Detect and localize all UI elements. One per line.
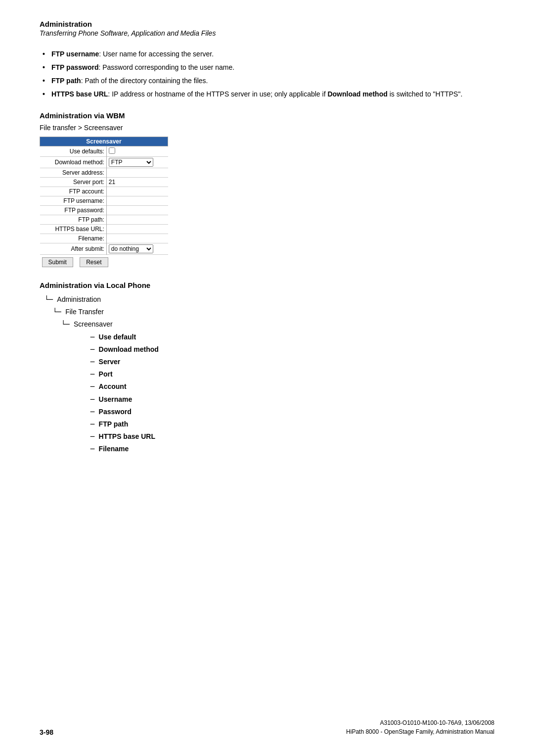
page-footer: 3-98 A31003-O1010-M100-10-76A9, 13/06/20… [40,718,494,736]
tree-item-username: ─ Username [44,393,494,406]
tree-label-port: Port [99,368,113,380]
wbm-heading: Administration via WBM [40,111,494,120]
server-port-label: Server port: [40,178,107,187]
after-submit-label: After submit: [40,243,107,255]
bullet-ftp-password: FTP password: Password corresponding to … [40,62,494,73]
https-base-url-input[interactable] [109,226,153,233]
download-method-cell: FTP HTTPS [106,157,168,168]
server-port-cell [106,178,168,187]
table-row: Filename: [40,234,168,243]
tree-prefix: ─ [44,343,99,356]
tree-item-screensaver: └─ Screensaver [44,318,494,331]
after-submit-select[interactable]: do nothing reboot [109,244,153,253]
tree-prefix: ─ [44,368,99,380]
tree-item-filename: ─ Filename [44,443,494,455]
tree-prefix: ─ [44,380,99,393]
ftp-account-cell [106,187,168,196]
tree-prefix: ─ [44,418,99,430]
page-title: Administration [40,20,494,28]
footer-doc-ref: A31003-O1010-M100-10-76A9, 13/06/2008 [346,718,494,727]
table-row: Server address: [40,168,168,178]
tree-item-server: ─ Server [44,356,494,368]
page-number: 3-98 [40,728,53,736]
download-method-label: Download method: [40,157,107,168]
tree-item-use-default: ─ Use default [44,331,494,343]
use-defaults-checkbox-cell [106,146,168,157]
use-defaults-checkbox[interactable] [109,147,115,154]
tree-prefix: ─ [44,356,99,368]
tree-item-account: ─ Account [44,380,494,393]
tree-prefix: └─ [44,293,57,306]
tree-label-https-base-url: HTTPS base URL [99,430,155,443]
tree-label-username: Username [99,393,133,406]
download-method-select[interactable]: FTP HTTPS [109,158,153,167]
bullet-ftp-username: FTP username: User name for accessing th… [40,49,494,59]
screensaver-table: Screensaver Use defaults: Download metho… [40,137,168,269]
table-row: HTTPS base URL: [40,225,168,234]
https-base-url-cell [106,225,168,234]
tree-label-password: Password [99,406,132,418]
tree-prefix: ─ [44,406,99,418]
button-row: Submit Reset [40,255,168,270]
tree-prefix: ─ [44,393,99,406]
tree-prefix: ─ [44,430,99,443]
tree-item-admin: └─ Administration [44,293,494,306]
filename-cell [106,234,168,243]
local-phone-heading: Administration via Local Phone [40,281,494,289]
reset-button[interactable]: Reset [80,257,108,267]
after-submit-cell: do nothing reboot [106,243,168,255]
tree-label-screensaver: Screensaver [74,318,113,331]
page-subtitle: Transferring Phone Software, Application… [40,29,494,37]
table-row: After submit: do nothing reboot [40,243,168,255]
tree-item-ftp-path: ─ FTP path [44,418,494,430]
table-row: FTP password: [40,206,168,215]
tree-prefix: ─ [44,443,99,455]
ftp-path-label: FTP path: [40,215,107,225]
tree-item-file-transfer: └─ File Transfer [44,306,494,318]
ftp-path-cell [106,215,168,225]
server-port-input[interactable] [109,179,153,186]
tree-structure: └─ Administration └─ File Transfer └─ Sc… [44,293,494,455]
bullet-ftp-path: FTP path: Path of the directory containi… [40,76,494,86]
tree-label-server: Server [99,356,121,368]
footer-doc-info: A31003-O1010-M100-10-76A9, 13/06/2008 Hi… [346,718,494,736]
submit-button[interactable]: Submit [42,257,73,267]
table-row: Use defaults: [40,146,168,157]
wbm-breadcrumb: File transfer > Screensaver [40,124,494,132]
server-address-cell [106,168,168,178]
local-phone-section: Administration via Local Phone └─ Admini… [40,281,494,455]
server-address-label: Server address: [40,168,107,178]
table-row: FTP path: [40,215,168,225]
ftp-username-label: FTP username: [40,196,107,206]
tree-label-ftp-path: FTP path [99,418,129,430]
filename-input[interactable] [109,235,153,242]
ftp-password-cell [106,206,168,215]
ftp-account-input[interactable] [109,188,153,195]
ftp-username-input[interactable] [109,197,153,204]
table-row: FTP username: [40,196,168,206]
tree-label-download-method: Download method [99,343,159,356]
ftp-password-input[interactable] [109,207,153,214]
https-base-url-label: HTTPS base URL: [40,225,107,234]
tree-prefix: └─ [44,306,65,318]
ftp-account-label: FTP account: [40,187,107,196]
ftp-username-cell [106,196,168,206]
bullet-https-base-url: HTTPS base URL: IP address or hostname o… [40,89,494,99]
footer-doc-title: HiPath 8000 - OpenStage Family, Administ… [346,727,494,736]
tree-label-account: Account [99,380,127,393]
table-row: FTP account: [40,187,168,196]
tree-label-use-default: Use default [99,331,136,343]
tree-label-admin: Administration [57,293,101,306]
filename-label: Filename: [40,234,107,243]
server-address-input[interactable] [109,169,153,176]
wbm-section: Administration via WBM File transfer > S… [40,111,494,269]
bullet-list: FTP username: User name for accessing th… [40,49,494,99]
ftp-path-input[interactable] [109,216,153,223]
tree-label-filename: Filename [99,443,129,455]
table-header: Screensaver [40,137,168,146]
tree-prefix: ─ [44,331,99,343]
table-row: Download method: FTP HTTPS [40,157,168,168]
tree-label-file-transfer: File Transfer [65,306,104,318]
use-defaults-label: Use defaults: [40,146,107,157]
tree-item-port: ─ Port [44,368,494,380]
